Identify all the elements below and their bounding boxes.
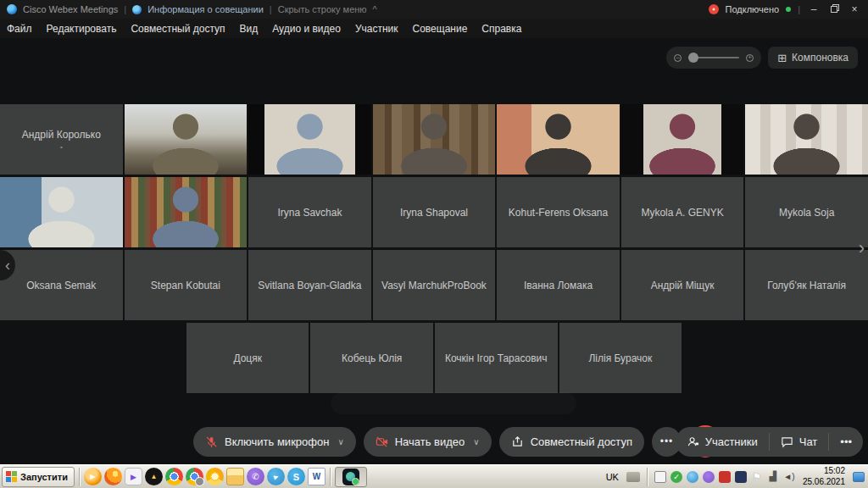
video-tile-woman-curtains[interactable] — [745, 104, 868, 175]
firefox-icon[interactable] — [104, 468, 122, 485]
participant-tile[interactable]: Андрій Міщук — [621, 250, 744, 320]
minimize-button[interactable]: – — [807, 3, 821, 15]
video-tile-man-polo[interactable] — [0, 177, 123, 247]
layout-button[interactable]: ⊞ Компоновка — [768, 47, 858, 69]
close-button[interactable]: × — [848, 3, 861, 15]
participant-tile[interactable]: Svitlana Boyan-Gladka — [248, 250, 371, 320]
grid-row-2: Iryna SavchakIryna ShapovalKohut-Ferens … — [0, 177, 868, 247]
participant-name: Iryna Shapoval — [395, 207, 473, 219]
participant-tile[interactable]: Андрій Королько• — [0, 104, 123, 175]
aimp-icon[interactable] — [145, 468, 163, 485]
menu-item-2[interactable]: Редактировать — [47, 23, 117, 35]
canary-icon[interactable] — [206, 468, 224, 485]
participant-tile[interactable]: Vasyl MarchukProBook — [373, 250, 496, 320]
meeting-info-icon — [132, 5, 142, 14]
zoom-out-icon[interactable]: – — [674, 54, 682, 62]
chat-icon — [781, 435, 793, 448]
clock[interactable]: 15:02 25.06.2021 — [799, 466, 849, 487]
video-tile-books-beard[interactable] — [373, 104, 496, 175]
menu-item-8[interactable]: Справка — [481, 23, 521, 35]
kmplayer-icon[interactable] — [125, 468, 142, 485]
panel-buttons: Участники Чат ••• — [676, 427, 863, 457]
tray-shield-check-icon[interactable] — [670, 471, 682, 483]
participant-tile[interactable]: Кобець Юлія — [310, 323, 433, 393]
explorer-icon[interactable] — [226, 468, 244, 485]
zoom-knob[interactable] — [688, 53, 698, 63]
participant-name: Лілія Бурачок — [583, 352, 657, 364]
chat-button[interactable]: Чат — [769, 433, 829, 451]
language-indicator[interactable]: UK — [603, 470, 622, 484]
participant-tile[interactable]: Іванна Ломака — [497, 250, 620, 320]
participant-tile[interactable]: Голуб'як Наталія — [745, 250, 868, 320]
video-tile-man-desk[interactable] — [125, 104, 248, 175]
menu-bar: ФайлРедактироватьСовместный доступВидАуд… — [0, 19, 868, 38]
show-desktop-button[interactable] — [853, 472, 865, 482]
video-tile-man-books[interactable] — [125, 177, 248, 247]
clock-date: 25.06.2021 — [803, 477, 845, 486]
unmute-button-label: Включить микрофон — [225, 435, 329, 448]
separator: | — [798, 4, 800, 14]
zoom-in-icon[interactable]: + — [746, 54, 754, 62]
menu-item-6[interactable]: Участник — [355, 23, 398, 35]
input-indicator-icon[interactable] — [626, 472, 640, 482]
menu-item-7[interactable]: Совещание — [413, 23, 468, 35]
taskbar-divider — [647, 468, 648, 486]
zoom-track[interactable] — [688, 57, 739, 58]
video-tile-woman-plaid[interactable] — [621, 104, 744, 175]
participant-tile[interactable]: Iryna Shapoval — [373, 177, 496, 247]
participant-name: Доцяк — [228, 352, 267, 364]
video-tile-bald-man[interactable] — [248, 104, 371, 175]
menu-item-4[interactable]: Вид — [240, 23, 259, 35]
start-video-button[interactable]: Начать видео ∨ — [364, 427, 492, 457]
participant-name: Kohut-Ferens Oksana — [504, 207, 613, 219]
tray-browser-icon[interactable] — [687, 471, 698, 483]
telegram-icon[interactable] — [267, 468, 285, 485]
share-content-button[interactable]: Совместный доступ — [499, 427, 644, 457]
hide-menu-link[interactable]: Скрыть строку меню — [278, 4, 367, 14]
chevron-down-icon[interactable]: ∨ — [473, 437, 479, 446]
participant-tile[interactable]: Mykola A. GENYK — [621, 177, 744, 247]
zoom-slider[interactable]: – + — [666, 47, 761, 69]
word-icon[interactable] — [308, 468, 326, 485]
menu-item-3[interactable]: Совместный доступ — [131, 23, 225, 35]
viber-icon[interactable] — [247, 468, 264, 485]
participants-button[interactable]: Участники — [676, 433, 769, 451]
tray-flag-icon[interactable]: ⚑ — [751, 471, 763, 483]
next-page-button[interactable]: › — [859, 239, 865, 258]
grid-row-1: Андрій Королько• — [0, 104, 868, 175]
tray-guard-icon[interactable] — [719, 471, 731, 483]
meeting-info-link[interactable]: Информация о совещании — [147, 4, 264, 14]
skype-icon[interactable] — [287, 468, 305, 485]
menu-item-1[interactable]: Файл — [7, 23, 32, 35]
participant-tile[interactable]: Oksana Semak — [0, 250, 123, 320]
chevron-down-icon[interactable]: ∨ — [337, 437, 343, 446]
connection-status: Подключено — [726, 4, 780, 14]
participant-tile[interactable]: Доцяк — [186, 323, 309, 393]
participant-tile[interactable]: Mykola Soja — [745, 177, 868, 247]
tray-viber-icon[interactable] — [703, 471, 715, 483]
record-indicator-icon — [709, 4, 719, 14]
restore-button[interactable] — [827, 3, 841, 15]
participant-tile[interactable]: Лілія Бурачок — [559, 323, 682, 393]
app-title: Cisco Webex Meetings — [23, 4, 118, 14]
tray-clipboard-icon[interactable] — [654, 471, 666, 483]
menu-item-5[interactable]: Аудио и видео — [272, 23, 341, 35]
start-video-button-label: Начать видео — [395, 435, 465, 448]
participant-tile[interactable]: Kohut-Ferens Oksana — [497, 177, 620, 247]
more-panels-button[interactable]: ••• — [828, 433, 863, 451]
chrome-icon[interactable] — [165, 468, 183, 485]
participant-tile[interactable]: Кочкін Ігор Тарасович — [435, 323, 558, 393]
participant-tile[interactable]: Iryna Savchak — [248, 177, 371, 247]
tray-icons: ⚑▟◄) — [654, 471, 795, 483]
start-button[interactable]: Запустити — [2, 467, 75, 487]
tray-network-icon[interactable]: ▟ — [767, 471, 779, 483]
tray-messenger-icon[interactable] — [735, 471, 747, 483]
chrome-badge-icon[interactable] — [186, 468, 203, 485]
unmute-button[interactable]: Включить микрофон ∨ — [193, 427, 356, 457]
participant-name: Кобець Юлія — [337, 352, 407, 364]
video-tile-woman-blue[interactable] — [497, 104, 620, 175]
tray-volume-icon[interactable]: ◄) — [783, 471, 795, 483]
running-app-webex[interactable] — [335, 467, 367, 487]
wmp-icon[interactable] — [84, 468, 102, 485]
participant-tile[interactable]: Stepan Kobutai — [125, 250, 248, 320]
